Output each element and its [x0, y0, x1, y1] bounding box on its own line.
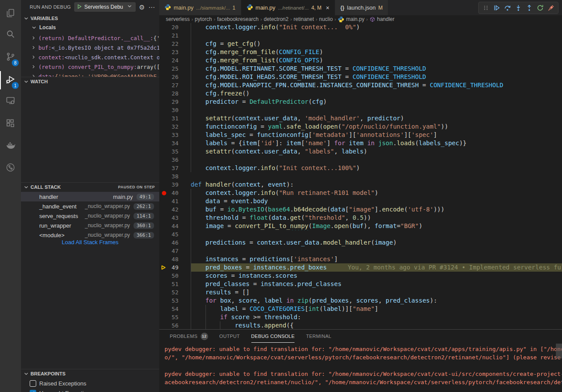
- code-line[interactable]: 29 predictor = DefaultPredictor(cfg): [159, 98, 562, 106]
- code-line[interactable]: 20 context.logger.info("Init context... …: [159, 23, 562, 31]
- editor-gutter[interactable]: 42: [159, 205, 191, 214]
- code-line[interactable]: 35 setattr(context.user_data, "labels", …: [159, 147, 562, 156]
- breakpoint-row[interactable]: ✓Uncaught Exceptions: [21, 388, 159, 392]
- watch-section-header[interactable]: WATCH: [21, 77, 159, 86]
- editor-gutter[interactable]: 50: [159, 272, 191, 280]
- editor-tab[interactable]: main.py.../retinanet/...4, M×: [241, 0, 335, 15]
- debug-config-dropdown[interactable]: Serverless Debu: [74, 2, 135, 12]
- breadcrumb-item[interactable]: handler: [370, 16, 394, 22]
- variable-row[interactable]: context: <nuclio_sdk.context.Context obj…: [21, 52, 159, 62]
- code-line[interactable]: 40 context.logger.info("Run retinanet-R1…: [159, 189, 562, 197]
- editor-gutter[interactable]: 30: [159, 106, 191, 114]
- editor-gutter[interactable]: 56: [159, 321, 191, 330]
- editor-gutter[interactable]: 48: [159, 255, 191, 263]
- editor-gutter[interactable]: 47: [159, 247, 191, 255]
- code-line[interactable]: 48 instances = predictions['instances']: [159, 255, 562, 263]
- editor-gutter[interactable]: 46: [159, 239, 191, 247]
- continue-button[interactable]: [492, 3, 501, 13]
- step-over-button[interactable]: [503, 3, 512, 13]
- variables-scope-locals[interactable]: Locals: [21, 23, 159, 32]
- code-line[interactable]: 55 if score >= threshold:: [159, 313, 562, 321]
- code-line[interactable]: 36: [159, 156, 562, 164]
- code-line[interactable]: 54 label = COCO_CATEGORIES[int(label)]["…: [159, 305, 562, 313]
- editor-gutter[interactable]: 34: [159, 139, 191, 147]
- search-activity-item[interactable]: [0, 24, 21, 45]
- code-line[interactable]: 31 setattr(context.user_data, 'model_han…: [159, 114, 562, 123]
- editor-gutter[interactable]: 20: [159, 23, 191, 31]
- breadcrumb-item[interactable]: facebookresearch: [217, 16, 258, 22]
- breadcrumb-item[interactable]: pytorch: [195, 16, 212, 22]
- toolbar-drag-handle[interactable]: [481, 3, 490, 13]
- code-line[interactable]: 26 cfg.MODEL.ROI_HEADS.SCORE_THRESH_TEST…: [159, 73, 562, 81]
- code-line[interactable]: 43 threshold = float(data.get("threshold…: [159, 214, 562, 222]
- code-line[interactable]: 44 image = convert_PIL_to_numpy(Image.op…: [159, 222, 562, 230]
- code-line[interactable]: 21: [159, 31, 562, 40]
- gear-icon[interactable]: ⚙: [139, 4, 145, 10]
- remote-explorer-activity-item[interactable]: [0, 91, 21, 112]
- call-stack-section-header[interactable]: CALL STACK PAUSED ON STEP: [21, 182, 159, 191]
- breadcrumb-item[interactable]: retinanet: [294, 16, 314, 22]
- code-line[interactable]: 50 scores = instances.scores: [159, 272, 562, 280]
- step-into-button[interactable]: [514, 3, 523, 13]
- editor-gutter[interactable]: 52: [159, 288, 191, 297]
- code-line[interactable]: 52 results = []: [159, 288, 562, 297]
- step-out-button[interactable]: [524, 3, 534, 13]
- editor-gutter[interactable]: 31: [159, 114, 191, 123]
- load-all-stack-frames-link[interactable]: Load All Stack Frames: [21, 239, 159, 245]
- variable-row[interactable]: (return) DefaultPredictor.__call__: {'in…: [21, 33, 159, 43]
- variables-section-header[interactable]: VARIABLES: [21, 14, 159, 23]
- editor-gutter[interactable]: 44: [159, 222, 191, 230]
- breadcrumb-item[interactable]: nuclio: [319, 16, 332, 22]
- checked-checkbox[interactable]: ✓: [30, 390, 36, 392]
- code-line[interactable]: 23 cfg.merge_from_file(CONFIG_FILE): [159, 48, 562, 56]
- breakpoint-row[interactable]: Raised Exceptions: [21, 378, 159, 388]
- stack-frame-row[interactable]: serve_requests_nuclio_wrapper.py114:1: [21, 211, 159, 221]
- editor-gutter[interactable]: 41: [159, 197, 191, 205]
- code-line[interactable]: 34 labels = {item['id']: item['name'] fo…: [159, 139, 562, 147]
- panel-tab-debug-console[interactable]: DEBUG CONSOLE: [251, 330, 295, 343]
- code-line[interactable]: 37 context.logger.info("Init context...1…: [159, 164, 562, 172]
- variable-row[interactable]: data: {'image': 'iVBORw0KGgoAAAANSUhE…: [21, 72, 159, 77]
- breadcrumb-item[interactable]: detectron2: [264, 16, 288, 22]
- code-line[interactable]: 22 cfg = get_cfg(): [159, 40, 562, 48]
- variable-row[interactable]: buf: <_io.BytesIO object at 0x7f5a2dc1ec…: [21, 43, 159, 52]
- editor-gutter[interactable]: 54: [159, 305, 191, 313]
- breakpoints-section-header[interactable]: BREAKPOINTS: [21, 369, 159, 378]
- editor-gutter[interactable]: 21: [159, 31, 191, 40]
- explorer-activity-item[interactable]: [0, 3, 21, 24]
- editor-gutter[interactable]: 28: [159, 89, 191, 98]
- editor-gutter[interactable]: 38: [159, 172, 191, 181]
- code-line[interactable]: 47: [159, 247, 562, 255]
- code-line[interactable]: 30: [159, 106, 562, 114]
- more-actions-icon[interactable]: ⋯: [148, 4, 155, 10]
- code-line[interactable]: 27 cfg.MODEL.PANOPTIC_FPN.COMBINE.INSTAN…: [159, 81, 562, 89]
- restart-button[interactable]: [535, 3, 545, 13]
- code-line[interactable]: 38: [159, 172, 562, 181]
- editor-gutter[interactable]: 32: [159, 123, 191, 131]
- editor-gutter[interactable]: 36: [159, 156, 191, 164]
- stack-frame-row[interactable]: handlermain.py49:1: [21, 192, 159, 201]
- editor-gutter[interactable]: 25: [159, 65, 191, 73]
- code-line[interactable]: 53 for box, score, label in zip(pred_box…: [159, 297, 562, 305]
- editor-gutter[interactable]: 45: [159, 230, 191, 239]
- docker-activity-item[interactable]: [0, 136, 21, 157]
- code-line[interactable]: 24 cfg.merge_from_list(CONFIG_OPTS): [159, 56, 562, 65]
- panel-tab-problems[interactable]: PROBLEMS12: [170, 330, 208, 343]
- breadcrumb-item[interactable]: main.py: [338, 16, 364, 23]
- code-line[interactable]: 28 cfg.freeze(): [159, 89, 562, 98]
- stack-frame-row[interactable]: <module>_nuclio_wrapper.py366:1: [21, 230, 159, 240]
- code-line[interactable]: 51 pred_classes = instances.pred_classes: [159, 280, 562, 288]
- stack-frame-row[interactable]: _handle_event_nuclio_wrapper.py262:1: [21, 201, 159, 211]
- run-and-debug-activity-item[interactable]: 1: [0, 70, 21, 91]
- code-line[interactable]: 46 predictions = context.user_data.model…: [159, 239, 562, 247]
- editor-tab[interactable]: {}launch.jsonM: [335, 0, 388, 15]
- source-control-activity-item[interactable]: 8: [0, 47, 21, 68]
- editor-gutter[interactable]: 22: [159, 40, 191, 48]
- editor-gutter[interactable]: 53: [159, 297, 191, 305]
- editor-gutter[interactable]: 33: [159, 131, 191, 139]
- unchecked-checkbox[interactable]: [30, 380, 36, 387]
- editor-gutter[interactable]: 24: [159, 56, 191, 65]
- editor-gutter[interactable]: 39: [159, 181, 191, 189]
- editor-gutter[interactable]: 35: [159, 147, 191, 156]
- start-debug-icon[interactable]: [77, 3, 82, 11]
